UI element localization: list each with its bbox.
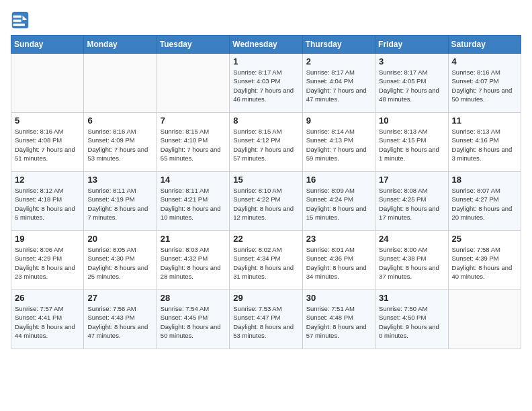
day-number: 30 bbox=[306, 293, 371, 303]
day-info: Sunrise: 8:09 AM Sunset: 4:24 PM Dayligh… bbox=[306, 186, 371, 222]
day-info: Sunrise: 7:51 AM Sunset: 4:48 PM Dayligh… bbox=[306, 304, 371, 340]
calendar-cell: 29Sunrise: 7:53 AM Sunset: 4:47 PM Dayli… bbox=[230, 290, 302, 349]
page-header bbox=[11, 11, 521, 30]
calendar-cell bbox=[84, 54, 157, 113]
calendar-cell: 14Sunrise: 8:11 AM Sunset: 4:21 PM Dayli… bbox=[157, 172, 229, 231]
calendar-cell: 1Sunrise: 8:17 AM Sunset: 4:03 PM Daylig… bbox=[230, 54, 302, 113]
calendar-cell: 16Sunrise: 8:09 AM Sunset: 4:24 PM Dayli… bbox=[302, 172, 375, 231]
day-number: 8 bbox=[233, 116, 298, 126]
day-info: Sunrise: 8:16 AM Sunset: 4:09 PM Dayligh… bbox=[87, 127, 152, 163]
calendar-cell: 20Sunrise: 8:05 AM Sunset: 4:30 PM Dayli… bbox=[84, 231, 157, 290]
day-number: 16 bbox=[306, 175, 371, 185]
calendar-cell bbox=[157, 54, 229, 113]
weekday-header: Wednesday bbox=[230, 36, 302, 54]
weekday-header: Tuesday bbox=[157, 36, 229, 54]
calendar-cell: 21Sunrise: 8:03 AM Sunset: 4:32 PM Dayli… bbox=[157, 231, 229, 290]
day-number: 17 bbox=[379, 175, 444, 185]
day-number: 20 bbox=[87, 234, 152, 244]
day-number: 3 bbox=[379, 56, 444, 66]
day-info: Sunrise: 8:06 AM Sunset: 4:29 PM Dayligh… bbox=[15, 245, 80, 281]
day-info: Sunrise: 8:08 AM Sunset: 4:25 PM Dayligh… bbox=[379, 186, 444, 222]
calendar-cell bbox=[448, 290, 521, 349]
calendar-cell: 6Sunrise: 8:16 AM Sunset: 4:09 PM Daylig… bbox=[84, 113, 157, 172]
calendar-cell: 9Sunrise: 8:14 AM Sunset: 4:13 PM Daylig… bbox=[302, 113, 375, 172]
calendar-cell: 26Sunrise: 7:57 AM Sunset: 4:41 PM Dayli… bbox=[11, 290, 84, 349]
day-info: Sunrise: 8:01 AM Sunset: 4:36 PM Dayligh… bbox=[306, 245, 371, 281]
svg-rect-4 bbox=[13, 24, 26, 26]
calendar-cell: 5Sunrise: 8:16 AM Sunset: 4:08 PM Daylig… bbox=[11, 113, 84, 172]
weekday-header: Thursday bbox=[302, 36, 375, 54]
day-number: 7 bbox=[161, 116, 226, 126]
calendar-cell: 28Sunrise: 7:54 AM Sunset: 4:45 PM Dayli… bbox=[157, 290, 229, 349]
day-number: 19 bbox=[15, 234, 80, 244]
day-number: 10 bbox=[379, 116, 444, 126]
weekday-header: Saturday bbox=[448, 36, 521, 54]
day-info: Sunrise: 8:00 AM Sunset: 4:38 PM Dayligh… bbox=[379, 245, 444, 281]
day-info: Sunrise: 7:53 AM Sunset: 4:47 PM Dayligh… bbox=[233, 304, 298, 340]
day-info: Sunrise: 8:13 AM Sunset: 4:15 PM Dayligh… bbox=[379, 127, 444, 163]
day-info: Sunrise: 8:02 AM Sunset: 4:34 PM Dayligh… bbox=[233, 245, 298, 281]
calendar-cell: 10Sunrise: 8:13 AM Sunset: 4:15 PM Dayli… bbox=[375, 113, 448, 172]
day-number: 11 bbox=[452, 116, 517, 126]
day-number: 12 bbox=[15, 175, 80, 185]
day-number: 21 bbox=[161, 234, 226, 244]
calendar-cell: 18Sunrise: 8:07 AM Sunset: 4:27 PM Dayli… bbox=[448, 172, 521, 231]
day-info: Sunrise: 8:15 AM Sunset: 4:12 PM Dayligh… bbox=[233, 127, 298, 163]
logo bbox=[11, 11, 32, 30]
calendar-cell: 3Sunrise: 8:17 AM Sunset: 4:05 PM Daylig… bbox=[375, 54, 448, 113]
day-info: Sunrise: 7:57 AM Sunset: 4:41 PM Dayligh… bbox=[15, 304, 80, 340]
day-info: Sunrise: 8:17 AM Sunset: 4:04 PM Dayligh… bbox=[306, 68, 371, 103]
day-info: Sunrise: 8:16 AM Sunset: 4:08 PM Dayligh… bbox=[15, 127, 80, 163]
day-number: 29 bbox=[233, 293, 298, 303]
calendar-cell: 23Sunrise: 8:01 AM Sunset: 4:36 PM Dayli… bbox=[302, 231, 375, 290]
day-info: Sunrise: 8:03 AM Sunset: 4:32 PM Dayligh… bbox=[161, 245, 226, 281]
day-info: Sunrise: 8:16 AM Sunset: 4:07 PM Dayligh… bbox=[452, 68, 517, 103]
day-info: Sunrise: 8:17 AM Sunset: 4:05 PM Dayligh… bbox=[379, 68, 444, 103]
day-info: Sunrise: 7:58 AM Sunset: 4:39 PM Dayligh… bbox=[452, 245, 517, 281]
calendar-cell: 8Sunrise: 8:15 AM Sunset: 4:12 PM Daylig… bbox=[230, 113, 302, 172]
day-info: Sunrise: 8:15 AM Sunset: 4:10 PM Dayligh… bbox=[161, 127, 226, 163]
day-number: 31 bbox=[379, 293, 444, 303]
day-number: 9 bbox=[306, 116, 371, 126]
logo-icon bbox=[11, 11, 30, 30]
day-number: 18 bbox=[452, 175, 517, 185]
day-info: Sunrise: 8:13 AM Sunset: 4:16 PM Dayligh… bbox=[452, 127, 517, 163]
calendar-cell: 19Sunrise: 8:06 AM Sunset: 4:29 PM Dayli… bbox=[11, 231, 84, 290]
day-info: Sunrise: 7:50 AM Sunset: 4:50 PM Dayligh… bbox=[379, 304, 444, 340]
day-number: 2 bbox=[306, 56, 371, 66]
svg-rect-2 bbox=[13, 15, 21, 18]
calendar-cell: 22Sunrise: 8:02 AM Sunset: 4:34 PM Dayli… bbox=[230, 231, 302, 290]
day-number: 6 bbox=[87, 116, 152, 126]
calendar-cell: 30Sunrise: 7:51 AM Sunset: 4:48 PM Dayli… bbox=[302, 290, 375, 349]
day-number: 1 bbox=[233, 56, 298, 66]
weekday-header: Friday bbox=[375, 36, 448, 54]
day-number: 23 bbox=[306, 234, 371, 244]
calendar-cell: 24Sunrise: 8:00 AM Sunset: 4:38 PM Dayli… bbox=[375, 231, 448, 290]
calendar-cell: 7Sunrise: 8:15 AM Sunset: 4:10 PM Daylig… bbox=[157, 113, 229, 172]
day-number: 25 bbox=[452, 234, 517, 244]
day-info: Sunrise: 7:54 AM Sunset: 4:45 PM Dayligh… bbox=[161, 304, 226, 340]
day-info: Sunrise: 8:14 AM Sunset: 4:13 PM Dayligh… bbox=[306, 127, 371, 163]
weekday-header: Sunday bbox=[11, 36, 84, 54]
day-info: Sunrise: 8:17 AM Sunset: 4:03 PM Dayligh… bbox=[233, 68, 298, 103]
calendar-table: SundayMondayTuesdayWednesdayThursdayFrid… bbox=[11, 35, 521, 349]
day-info: Sunrise: 8:11 AM Sunset: 4:21 PM Dayligh… bbox=[161, 186, 226, 222]
calendar-cell: 25Sunrise: 7:58 AM Sunset: 4:39 PM Dayli… bbox=[448, 231, 521, 290]
calendar-cell: 15Sunrise: 8:10 AM Sunset: 4:22 PM Dayli… bbox=[230, 172, 302, 231]
day-info: Sunrise: 8:05 AM Sunset: 4:30 PM Dayligh… bbox=[87, 245, 152, 281]
day-info: Sunrise: 8:07 AM Sunset: 4:27 PM Dayligh… bbox=[452, 186, 517, 222]
calendar-cell: 12Sunrise: 8:12 AM Sunset: 4:18 PM Dayli… bbox=[11, 172, 84, 231]
calendar-cell: 13Sunrise: 8:11 AM Sunset: 4:19 PM Dayli… bbox=[84, 172, 157, 231]
day-number: 24 bbox=[379, 234, 444, 244]
day-number: 15 bbox=[233, 175, 298, 185]
calendar-cell: 11Sunrise: 8:13 AM Sunset: 4:16 PM Dayli… bbox=[448, 113, 521, 172]
day-number: 4 bbox=[452, 56, 517, 66]
day-number: 27 bbox=[87, 293, 152, 303]
calendar-cell: 17Sunrise: 8:08 AM Sunset: 4:25 PM Dayli… bbox=[375, 172, 448, 231]
day-info: Sunrise: 8:12 AM Sunset: 4:18 PM Dayligh… bbox=[15, 186, 80, 222]
calendar-cell: 4Sunrise: 8:16 AM Sunset: 4:07 PM Daylig… bbox=[448, 54, 521, 113]
day-number: 28 bbox=[161, 293, 226, 303]
calendar-cell: 2Sunrise: 8:17 AM Sunset: 4:04 PM Daylig… bbox=[302, 54, 375, 113]
day-number: 13 bbox=[87, 175, 152, 185]
svg-rect-3 bbox=[13, 19, 21, 22]
